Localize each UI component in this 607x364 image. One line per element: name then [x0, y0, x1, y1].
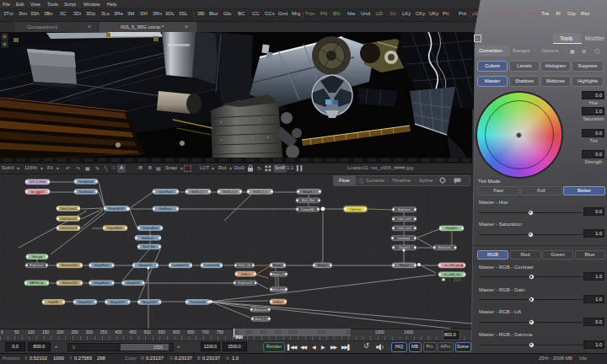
svg-text:MatteCon2: MatteCon2: [254, 308, 267, 312]
svg-text:TimeSpeed1: TimeSpeed1: [78, 180, 94, 184]
svg-text:SS400_6_6: SS400_6_6: [223, 190, 237, 194]
svg-text:Brightness3: Brightness3: [238, 281, 252, 285]
svg-text:Merge2: Merge2: [273, 264, 282, 267]
svg-text:ShapeBlue1: ShapeBlue1: [94, 264, 110, 267]
svg-text:Transform1b: Transform1b: [204, 264, 219, 267]
svg-text:SoftGlow1: SoftGlow1: [142, 237, 154, 240]
svg-text:GridWarp1: GridWarp1: [159, 207, 173, 211]
svg-text:ColorCorr: ColorCorr: [350, 208, 363, 211]
svg-text:ColorCorrect1: ColorCorrect1: [60, 207, 77, 211]
svg-text:Brightness: Brightness: [398, 208, 411, 211]
svg-text:Start.jpg: Start.jpg: [32, 255, 42, 259]
svg-text:Blur1_Blur: Blur1_Blur: [302, 199, 315, 202]
svg-text:iss_v006_sav: iss_v006_sav: [444, 273, 461, 276]
svg-text:CleanPlate1: CleanPlate1: [158, 190, 174, 194]
svg-text:Merge2D22: Merge2D22: [110, 301, 125, 304]
svg-text:LUT_6_9Grd: LUT_6_9Grd: [30, 180, 46, 184]
svg-text:ChannelB2: ChannelB2: [301, 208, 314, 211]
svg-text:Color_Cor2: Color_Cor2: [397, 227, 411, 230]
svg-text:Element2Dff: Element2Dff: [62, 281, 78, 285]
svg-text:ColorCorrect2: ColorCorrect2: [60, 217, 77, 221]
svg-text:xShot_1_3: xShot_1_3: [255, 318, 267, 321]
svg-text:Glow1_Glo: Glow1_Glo: [238, 264, 251, 267]
svg-text:TimeStretch: TimeStretch: [78, 190, 93, 194]
svg-text:Lumakey1: Lumakey1: [398, 237, 411, 240]
svg-text:DirBlur1: DirBlur1: [241, 273, 251, 276]
svg-text:Keylight1: Keylight1: [446, 227, 457, 230]
svg-text:MergeMat3D: MergeMat3D: [109, 207, 125, 211]
svg-text:Transform2b: Transform2b: [191, 301, 206, 304]
svg-text:DirBlur2: DirBlur2: [273, 301, 283, 304]
svg-text:Element2002: Element2002: [62, 264, 78, 267]
svg-text:MatteCon1: MatteCon1: [438, 246, 452, 249]
svg-text:Lockdown2D: Lockdown2D: [173, 264, 189, 267]
svg-text:xShot_Edg: xShot_Edg: [272, 288, 286, 292]
svg-text:FigureElbk3: FigureElbk3: [108, 227, 122, 230]
svg-text:Color_Cor1: Color_Cor1: [397, 217, 411, 221]
svg-text:Merge3_1: Merge3_1: [303, 190, 315, 194]
svg-text:ShapeBlue2: ShapeBlue2: [94, 281, 110, 285]
svg-text:ChannelBool: ChannelBool: [142, 227, 158, 230]
svg-text:Merge4: Merge4: [400, 264, 409, 267]
svg-text:Shape2002: Shape2002: [78, 301, 93, 304]
svg-text:Merge2D23: Merge2D23: [142, 301, 157, 304]
svg-text:EARTH_5p: EARTH_5p: [30, 281, 43, 285]
svg-text:Merge2D3: Merge2D3: [127, 281, 140, 285]
svg-text:FalloffIII: FalloffIII: [49, 301, 58, 304]
svg-text:Blur2_Blur: Blur2_Blur: [143, 245, 157, 249]
svg-text:Merge3: Merge3: [318, 264, 327, 267]
svg-text:SS400_6_5: SS400_6_5: [191, 190, 206, 194]
svg-text:ColorCorrect3: ColorCorrect3: [60, 227, 77, 230]
svg-text:iss_v006_jpg: iss_v006_jpg: [444, 264, 460, 267]
svg-text:Merge2D2: Merge2D2: [139, 264, 152, 267]
svg-text:Bright_C3: Bright_C3: [272, 273, 284, 276]
svg-text:SS400_5_5: SS400_5_5: [253, 190, 267, 194]
svg-text:Brightness2: Brightness2: [30, 264, 44, 267]
